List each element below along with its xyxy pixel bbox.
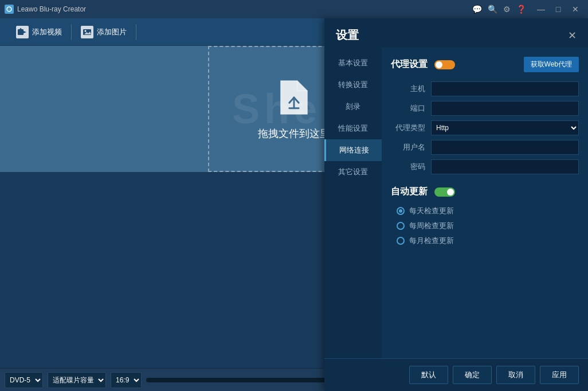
update-weekly-option[interactable]: 每周检查更新 bbox=[397, 221, 579, 231]
ok-button[interactable]: 确定 bbox=[453, 366, 492, 384]
settings-header: 设置 ✕ bbox=[324, 18, 588, 48]
title-bar-icons: 💬 🔍 ⚙ ❓ bbox=[472, 5, 526, 14]
port-input[interactable] bbox=[431, 101, 579, 116]
dvd-type-select-wrap: DVD-5 DVD-9 BD-25 BD-50 bbox=[5, 372, 43, 388]
svg-point-7 bbox=[85, 30, 87, 32]
update-weekly-label: 每周检查更新 bbox=[409, 221, 454, 231]
help-icon[interactable]: ❓ bbox=[516, 5, 526, 14]
update-monthly-radio[interactable] bbox=[397, 237, 405, 245]
password-row: 密码 bbox=[391, 159, 579, 174]
proxy-section: 代理设置 获取Web代理 主机 端口 bbox=[391, 57, 579, 174]
host-input[interactable] bbox=[431, 81, 579, 96]
username-label: 用户名 bbox=[391, 142, 431, 153]
proxy-toggle-thumb bbox=[436, 61, 442, 68]
host-row: 主机 bbox=[391, 81, 579, 96]
dvd-type-select[interactable]: DVD-5 DVD-9 BD-25 BD-50 bbox=[5, 373, 42, 388]
add-video-label: 添加视频 bbox=[32, 27, 62, 37]
add-image-icon bbox=[81, 26, 93, 38]
update-daily-option[interactable]: 每天检查更新 bbox=[397, 206, 579, 216]
settings-footer: 默认 确定 取消 应用 bbox=[324, 358, 588, 391]
nav-item-burn[interactable]: 刻录 bbox=[324, 96, 382, 118]
settings-title: 设置 bbox=[336, 28, 359, 43]
auto-update-toggle-track[interactable] bbox=[434, 187, 455, 197]
window-controls: — □ ✕ bbox=[533, 3, 583, 15]
proxy-type-select[interactable]: Http Socks4 Socks5 bbox=[431, 120, 579, 135]
settings-sidebar: 基本设置 转换设置 刻录 性能设置 网络连接 其它设置 bbox=[324, 48, 382, 358]
settings-panel: 设置 ✕ 基本设置 转换设置 刻录 性能设置 网络连接 其它设置 代理设置 bbox=[324, 18, 588, 391]
apply-button[interactable]: 应用 bbox=[540, 366, 579, 384]
username-input[interactable] bbox=[431, 140, 579, 155]
add-image-label: 添加图片 bbox=[97, 27, 127, 37]
proxy-header: 代理设置 获取Web代理 bbox=[391, 57, 579, 72]
drop-zone-text: 拖拽文件到这里 bbox=[258, 127, 330, 140]
fit-quality-select[interactable]: 适配碟片容量 高质量 中等质量 bbox=[48, 373, 105, 388]
proxy-toggle-track[interactable] bbox=[434, 60, 455, 69]
settings-content: 代理设置 获取Web代理 主机 端口 bbox=[382, 48, 588, 358]
settings-close-button[interactable]: ✕ bbox=[568, 29, 577, 42]
auto-update-header: 自动更新 bbox=[391, 186, 579, 198]
title-bar: Leawo Blu-ray Creator 💬 🔍 ⚙ ❓ — □ ✕ bbox=[0, 0, 588, 18]
app-title: Leawo Blu-ray Creator bbox=[17, 5, 472, 13]
default-button[interactable]: 默认 bbox=[409, 366, 448, 384]
proxy-toggle[interactable] bbox=[434, 60, 455, 69]
toolbar-separator-2 bbox=[136, 24, 136, 40]
auto-update-title: 自动更新 bbox=[391, 186, 428, 198]
nav-item-other[interactable]: 其它设置 bbox=[324, 161, 382, 183]
close-button[interactable]: ✕ bbox=[567, 3, 583, 15]
chat-icon[interactable]: 💬 bbox=[472, 5, 482, 14]
nav-item-network[interactable]: 网络连接 bbox=[324, 139, 382, 161]
add-image-button[interactable]: 添加图片 bbox=[72, 22, 136, 42]
update-frequency-group: 每天检查更新 每周检查更新 每月检查更新 bbox=[391, 206, 579, 246]
drop-file-icon bbox=[277, 77, 311, 118]
search-icon[interactable]: 🔍 bbox=[488, 5, 497, 14]
update-daily-label: 每天检查更新 bbox=[409, 206, 454, 216]
update-monthly-option[interactable]: 每月检查更新 bbox=[397, 236, 579, 246]
proxy-title: 代理设置 bbox=[391, 58, 428, 71]
update-weekly-radio[interactable] bbox=[397, 222, 405, 230]
app-icon bbox=[5, 5, 14, 14]
add-video-icon bbox=[16, 26, 29, 38]
port-row: 端口 bbox=[391, 101, 579, 116]
minimize-button[interactable]: — bbox=[533, 3, 549, 15]
host-label: 主机 bbox=[391, 84, 431, 94]
cancel-button[interactable]: 取消 bbox=[496, 366, 535, 384]
nav-item-convert[interactable]: 转换设置 bbox=[324, 74, 382, 96]
username-row: 用户名 bbox=[391, 140, 579, 155]
password-input[interactable] bbox=[431, 159, 579, 174]
update-daily-radio[interactable] bbox=[397, 207, 405, 215]
aspect-ratio-select-wrap: 16:9 4:3 bbox=[111, 372, 142, 388]
auto-update-section: 自动更新 每天检查更新 bbox=[391, 186, 579, 246]
settings-body: 基本设置 转换设置 刻录 性能设置 网络连接 其它设置 代理设置 bbox=[324, 48, 588, 358]
auto-update-toggle-thumb bbox=[447, 189, 454, 196]
password-label: 密码 bbox=[391, 162, 431, 172]
proxy-type-row: 代理类型 Http Socks4 Socks5 bbox=[391, 120, 579, 135]
fit-quality-select-wrap: 适配碟片容量 高质量 中等质量 bbox=[48, 372, 106, 388]
svg-marker-3 bbox=[23, 31, 26, 33]
svg-rect-0 bbox=[5, 5, 13, 13]
aspect-ratio-select[interactable]: 16:9 4:3 bbox=[111, 373, 141, 388]
proxy-type-label: 代理类型 bbox=[391, 123, 431, 133]
nav-item-perf[interactable]: 性能设置 bbox=[324, 118, 382, 139]
settings-icon[interactable]: ⚙ bbox=[503, 5, 511, 14]
auto-update-toggle[interactable] bbox=[434, 187, 455, 197]
get-web-proxy-button[interactable]: 获取Web代理 bbox=[524, 57, 579, 72]
nav-item-basic[interactable]: 基本设置 bbox=[324, 52, 382, 74]
maximize-button[interactable]: □ bbox=[550, 3, 566, 15]
add-video-button[interactable]: 添加视频 bbox=[7, 22, 71, 42]
update-monthly-label: 每月检查更新 bbox=[409, 236, 454, 246]
port-label: 端口 bbox=[391, 103, 431, 114]
